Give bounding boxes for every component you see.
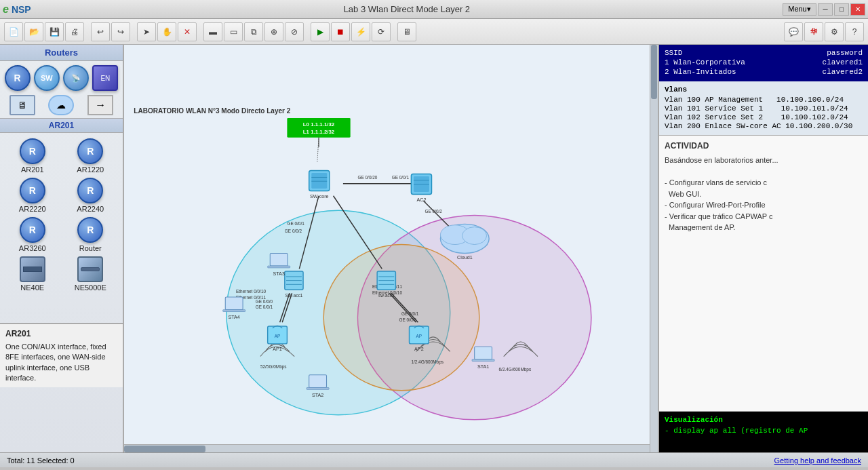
tool3-button[interactable]: ⧉	[244, 22, 263, 41]
svg-text:STA4: STA4	[228, 315, 239, 320]
svg-text:GE 0/0/1: GE 0/0/1	[401, 311, 419, 316]
svg-text:AC2: AC2	[416, 197, 426, 203]
svg-rect-63	[475, 347, 492, 359]
new-button[interactable]: 📄	[4, 22, 23, 41]
tool4-button[interactable]: ⊕	[264, 22, 283, 41]
activity-box: ACTIVIDAD Basándose en laboratorios ante…	[659, 136, 868, 412]
svg-text:SW-core: SW-core	[310, 194, 329, 199]
activity-line-6: Management de AP.	[665, 222, 863, 233]
ne5000e-icon	[77, 256, 103, 282]
huawei-button[interactable]: 华	[804, 22, 823, 41]
activity-line-2: - Configurar vlans de servicio c	[665, 177, 863, 189]
monitor-button[interactable]: 🖥	[397, 22, 416, 41]
router-category-icon: R	[5, 65, 31, 91]
restore-button[interactable]: □	[834, 3, 849, 16]
desc-title: AR201	[5, 328, 117, 340]
svg-text:AP: AP	[416, 334, 422, 338]
more-category-icon: →	[87, 95, 113, 115]
category-enterprise[interactable]: EN	[92, 65, 119, 91]
tool7-button[interactable]: ⟳	[372, 22, 391, 41]
svg-text:STA3: STA3	[273, 271, 285, 277]
help-button[interactable]: ?	[845, 22, 864, 41]
pan-button[interactable]: ✋	[157, 22, 176, 41]
ar2240-icon: R	[77, 178, 103, 203]
ssid-col-password: password	[827, 49, 863, 57]
device-ar2240[interactable]: R AR2240	[64, 178, 118, 213]
settings-button[interactable]: ⚙	[825, 22, 844, 41]
logo-nsp: NSP	[12, 4, 31, 15]
pc-category-icon: 🖥	[9, 95, 35, 115]
undo-button[interactable]: ↩	[91, 22, 110, 41]
ssid-header-row: SSID password	[665, 49, 863, 57]
ar3260-label: AR3260	[19, 244, 46, 252]
svg-text:GE 0/0/2: GE 0/0/2	[285, 229, 302, 233]
ar3260-icon: R	[20, 217, 45, 243]
menu-button[interactable]: Menu▾	[783, 3, 816, 16]
svg-text:STA1: STA1	[477, 364, 489, 370]
device-ar201[interactable]: R AR201	[5, 138, 60, 174]
horizontal-scroll-thumb[interactable]	[124, 446, 205, 452]
left-panel: Routers R SW 📡 EN 🖥	[0, 45, 124, 452]
ssid-2-num: 2 Wlan-Invitados	[665, 68, 736, 76]
delete-button[interactable]: ✕	[178, 22, 197, 41]
ssid-2-pass: clavered2	[823, 68, 863, 76]
save-button[interactable]: 💾	[45, 22, 64, 41]
visualization-title: Visualización	[665, 416, 863, 424]
desc-text: One CON/AUX interface, fixed 8FE interfa…	[5, 342, 117, 384]
tool1-button[interactable]: ▬	[203, 22, 222, 41]
tool5-button[interactable]: ⊘	[285, 22, 304, 41]
device-router[interactable]: R Router	[64, 217, 118, 252]
redo-button[interactable]: ↪	[111, 22, 130, 41]
device-ne5000e[interactable]: NE5000E	[64, 256, 118, 292]
switch-category-icon: SW	[34, 65, 60, 91]
ar201-icon: R	[20, 138, 45, 164]
category-pc[interactable]: 🖥	[4, 95, 41, 115]
help-feedback-link[interactable]: Getting help and feedback	[774, 456, 861, 465]
category-more[interactable]: →	[82, 95, 119, 115]
device-ar3260[interactable]: R AR3260	[5, 217, 60, 252]
routers-header: Routers	[0, 45, 123, 61]
svg-text:Cloud1: Cloud1	[457, 255, 473, 260]
open-button[interactable]: 📂	[24, 22, 43, 41]
ar201-section-header: AR201	[0, 118, 123, 133]
category-router[interactable]: R	[4, 65, 31, 91]
category-wifi[interactable]: 📡	[63, 65, 90, 91]
visualization-cmd: - display ap all (registro de AP	[665, 427, 863, 435]
tool6-button[interactable]: ⚡	[351, 22, 370, 41]
print-button[interactable]: 🖨	[65, 22, 84, 41]
device-ne40e[interactable]: NE40E	[5, 256, 60, 292]
enterprise-category-icon: EN	[92, 65, 118, 91]
category-cloud[interactable]: ☁	[43, 95, 80, 115]
category-switch[interactable]: SW	[33, 65, 60, 91]
close-button[interactable]: ✕	[850, 3, 865, 16]
vlan-table: Vlans Vlan 100 AP Management 10.100.100.…	[659, 81, 868, 136]
cloud-category-icon: ☁	[48, 95, 74, 115]
ne40e-label: NE40E	[20, 283, 44, 292]
svg-text:SW-acc1: SW-acc1	[285, 293, 302, 298]
device-ar2220[interactable]: R AR2220	[5, 178, 60, 213]
stop-button[interactable]: ⏹	[331, 22, 350, 41]
play-button[interactable]: ▶	[311, 22, 330, 41]
tool2-button[interactable]: ▭	[224, 22, 243, 41]
vertical-scrollbar[interactable]	[650, 45, 658, 452]
device-ar1220[interactable]: R AR1220	[64, 138, 118, 174]
svg-text:52/5G/0Mbps: 52/5G/0Mbps	[260, 364, 287, 370]
vlan-row-102: Vlan 102 Service Set 2 10.100.102.0/24	[665, 113, 863, 121]
canvas-area[interactable]: LABORATORIO WLAN N°3 Modo Directo Layer …	[124, 45, 658, 452]
device-list[interactable]: R AR201 R AR1220 R AR2220 R AR2240	[0, 133, 123, 323]
router-icon: R	[77, 217, 103, 243]
horizontal-scrollbar[interactable]	[124, 444, 650, 452]
chat-button[interactable]: 💬	[784, 22, 803, 41]
window-controls[interactable]: Menu▾ ─ □ ✕	[783, 3, 865, 16]
ssid-row-2: 2 Wlan-Invitados clavered2	[665, 68, 863, 76]
ar201-label: AR201	[21, 165, 44, 174]
vlan-row-100: Vlan 100 AP Management 10.100.100.0/24	[665, 96, 863, 104]
minimize-button[interactable]: ─	[818, 3, 833, 16]
vlan-header: Vlans	[665, 85, 863, 94]
ssid-col-label: SSID	[665, 49, 682, 57]
vertical-scroll-thumb[interactable]	[651, 45, 657, 99]
ar1220-label: AR1220	[77, 165, 104, 174]
svg-rect-69	[270, 253, 288, 266]
status-bar: Total: 11 Selected: 0 Getting help and f…	[0, 452, 868, 467]
select-button[interactable]: ➤	[137, 22, 156, 41]
